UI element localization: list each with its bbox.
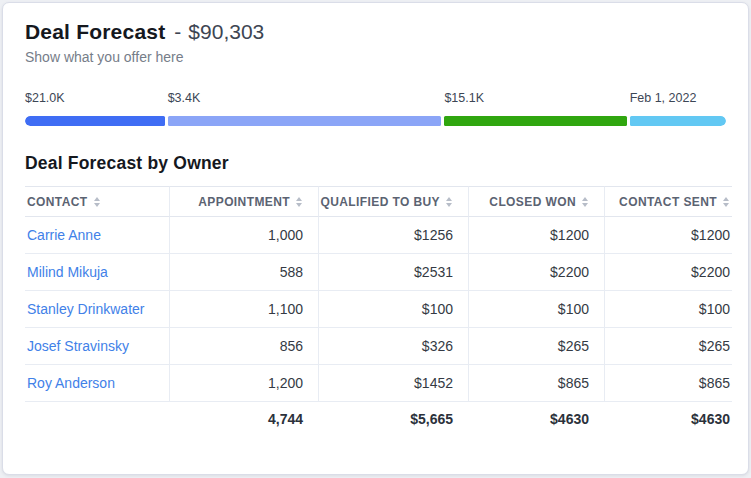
progress-segment-label: $15.1K <box>444 91 626 107</box>
value-cell: $326 <box>318 328 468 365</box>
progress-labels: $21.0K$3.4K$15.1KFeb 1, 2022 <box>25 91 726 107</box>
column-header-label: CLOSED WON <box>489 195 576 209</box>
value-cell: $2531 <box>318 254 468 291</box>
value-cell: $2200 <box>468 254 604 291</box>
page-title-text: Deal Forecast <box>25 18 165 46</box>
sort-icon[interactable] <box>723 197 730 207</box>
deal-forecast-table: CONTACTAPPOINTMENTQUALIFIED TO BUYCLOSED… <box>25 186 732 435</box>
deal-forecast-card: Deal Forecast - $90,303 Show what you of… <box>2 2 749 475</box>
contact-cell: Carrie Anne <box>25 217 169 254</box>
value-cell: $1200 <box>468 217 604 254</box>
sort-icon[interactable] <box>582 197 589 207</box>
table-row: Josef Stravinsky856$326$265$265 <box>25 328 732 365</box>
forecast-progress: $21.0K$3.4K$15.1KFeb 1, 2022 <box>25 91 726 126</box>
totals-cell: $5,665 <box>318 402 468 435</box>
column-header-label: QUALIFIED TO BUY <box>320 195 440 209</box>
progress-segment-label: $21.0K <box>25 91 165 107</box>
value-cell: 588 <box>169 254 318 291</box>
value-cell: 856 <box>169 328 318 365</box>
contact-link[interactable]: Josef Stravinsky <box>27 338 129 354</box>
column-header-label: CONTACT <box>27 195 88 209</box>
value-cell: $1452 <box>318 365 468 402</box>
title-separator: - <box>174 18 181 46</box>
table-row: Roy Anderson1,200$1452$865$865 <box>25 365 732 402</box>
value-cell: 1,200 <box>169 365 318 402</box>
table-row: Carrie Anne1,000$1256$1200$1200 <box>25 217 732 254</box>
page-title: Deal Forecast - $90,303 <box>25 18 726 46</box>
table-row: Milind Mikuja588$2531$2200$2200 <box>25 254 732 291</box>
table-title: Deal Forecast by Owner <box>25 153 726 174</box>
value-cell: $100 <box>604 291 732 328</box>
value-cell: $865 <box>604 365 732 402</box>
value-cell: $265 <box>468 328 604 365</box>
progress-segment[interactable] <box>630 116 726 126</box>
value-cell: $100 <box>318 291 468 328</box>
value-cell: $265 <box>604 328 732 365</box>
column-header-qualified-to-buy[interactable]: QUALIFIED TO BUY <box>318 186 468 217</box>
value-cell: 1,000 <box>169 217 318 254</box>
totals-cell: 4,744 <box>169 402 318 435</box>
column-header-contact-sent[interactable]: CONTACT SENT <box>604 186 732 217</box>
progress-segment[interactable] <box>25 116 165 126</box>
column-header-label: APPOINTMENT <box>198 195 290 209</box>
value-cell: $1200 <box>604 217 732 254</box>
progress-segment[interactable] <box>444 116 626 126</box>
progress-segment[interactable] <box>168 116 442 126</box>
contact-cell: Milind Mikuja <box>25 254 169 291</box>
progress-segment-label: Feb 1, 2022 <box>630 91 726 107</box>
contact-cell: Stanley Drinkwater <box>25 291 169 328</box>
value-cell: $1256 <box>318 217 468 254</box>
contact-cell: Josef Stravinsky <box>25 328 169 365</box>
sort-icon[interactable] <box>94 197 101 207</box>
column-header-contact[interactable]: CONTACT <box>25 186 169 217</box>
forecast-total-amount: $90,303 <box>188 18 264 46</box>
contact-cell: Roy Anderson <box>25 365 169 402</box>
table-row: Stanley Drinkwater1,100$100$100$100 <box>25 291 732 328</box>
totals-row: 4,744$5,665$4630$4630 <box>25 402 732 435</box>
sort-icon[interactable] <box>296 197 303 207</box>
value-cell: $865 <box>468 365 604 402</box>
value-cell: $2200 <box>604 254 732 291</box>
contact-link[interactable]: Stanley Drinkwater <box>27 301 145 317</box>
contact-link[interactable]: Carrie Anne <box>27 227 101 243</box>
forecast-progress-bar <box>25 116 726 126</box>
progress-segment-label: $3.4K <box>168 91 442 107</box>
contact-link[interactable]: Roy Anderson <box>27 375 115 391</box>
column-header-label: CONTACT SENT <box>619 195 717 209</box>
contact-link[interactable]: Milind Mikuja <box>27 264 108 280</box>
sort-icon[interactable] <box>446 197 453 207</box>
totals-empty-cell <box>25 402 169 435</box>
column-header-appointment[interactable]: APPOINTMENT <box>169 186 318 217</box>
value-cell: 1,100 <box>169 291 318 328</box>
totals-cell: $4630 <box>468 402 604 435</box>
column-header-closed-won[interactable]: CLOSED WON <box>468 186 604 217</box>
totals-cell: $4630 <box>604 402 732 435</box>
value-cell: $100 <box>468 291 604 328</box>
page-subtitle: Show what you offer here <box>25 49 726 65</box>
